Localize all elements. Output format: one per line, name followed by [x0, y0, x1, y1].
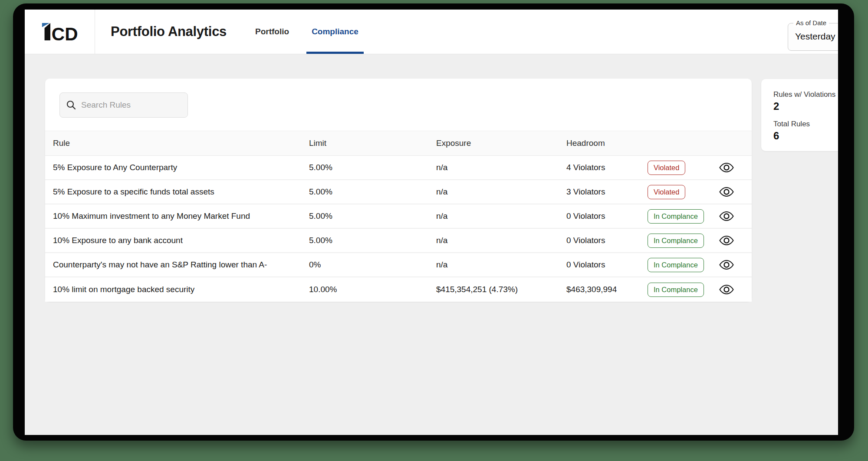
exposure-cell: n/a	[436, 163, 566, 172]
headroom-cell: 0 Violators	[566, 260, 648, 270]
total-rules-label: Total Rules	[773, 120, 838, 128]
column-header-rule: Rule	[53, 138, 309, 148]
icd-logo-icon: CD	[41, 22, 79, 42]
actions-cell	[713, 257, 752, 273]
search-box	[59, 92, 188, 118]
limit-cell: 5.00%	[309, 163, 436, 172]
status-cell: Violated	[648, 185, 713, 199]
search-icon	[66, 100, 76, 110]
rule-cell: Counterparty's may not have an S&P Ratti…	[53, 260, 309, 270]
column-header-limit: Limit	[309, 138, 436, 148]
active-tab-underline	[306, 52, 364, 54]
table-row: 5% Exposure to Any Counterparty 5.00% n/…	[45, 156, 752, 180]
as-of-date-select[interactable]: As of Date Yesterday	[788, 23, 838, 51]
actions-cell	[713, 208, 752, 224]
app-header: CD Portfolio Analytics Portfolio Complia…	[25, 10, 838, 54]
table-row: 5% Exposure to a specific funds total as…	[45, 180, 752, 204]
tab-portfolio-label: Portfolio	[255, 27, 289, 36]
headroom-cell: 0 Violators	[566, 236, 648, 245]
tab-compliance-label: Compliance	[312, 27, 358, 36]
column-header-exposure: Exposure	[436, 138, 566, 148]
rule-cell: 5% Exposure to a specific funds total as…	[53, 187, 309, 197]
actions-cell	[713, 233, 752, 248]
app-screen: CD Portfolio Analytics Portfolio Complia…	[25, 10, 838, 435]
total-rules-value: 6	[773, 130, 838, 142]
table-row: Counterparty's may not have an S&P Ratti…	[45, 253, 752, 277]
as-of-date-label: As of Date	[793, 19, 829, 26]
status-cell: In Complance	[648, 258, 713, 272]
limit-cell: 0%	[309, 260, 436, 270]
rules-with-violations-label: Rules w/ Violations	[773, 90, 838, 99]
view-details-button[interactable]	[717, 282, 736, 297]
limit-cell: 10.00%	[309, 285, 436, 294]
tab-bar: Portfolio Compliance	[244, 10, 370, 54]
eye-icon	[719, 284, 734, 295]
search-input[interactable]	[81, 100, 181, 110]
headroom-cell: 4 Violators	[566, 163, 648, 172]
exposure-cell: $415,354,251 (4.73%)	[436, 285, 566, 294]
limit-cell: 5.00%	[309, 187, 436, 197]
actions-cell	[713, 184, 752, 200]
page-content: Rule Limit Exposure Headroom 5% Exposure…	[25, 54, 838, 435]
view-details-button[interactable]	[717, 160, 736, 175]
exposure-cell: n/a	[436, 260, 566, 270]
actions-cell	[713, 282, 752, 297]
summary-card: Rules w/ Violations 2 Total Rules 6	[761, 79, 838, 151]
status-badge: In Complance	[648, 209, 704, 224]
tab-portfolio[interactable]: Portfolio	[244, 10, 300, 54]
headroom-cell: $463,309,994	[566, 285, 648, 294]
table-header-row: Rule Limit Exposure Headroom	[45, 131, 752, 156]
status-badge: In Complance	[648, 234, 704, 248]
view-details-button[interactable]	[717, 233, 736, 248]
rule-cell: 10% Maximum investment to any Money Mark…	[53, 211, 309, 221]
view-details-button[interactable]	[717, 184, 736, 200]
table-row: 10% Exposure to any bank account 5.00% n…	[45, 229, 752, 253]
compliance-rules-card: Rule Limit Exposure Headroom 5% Exposure…	[45, 79, 752, 302]
actions-cell	[713, 160, 752, 175]
headroom-cell: 0 Violators	[566, 211, 648, 221]
eye-icon	[719, 235, 734, 246]
status-cell: In Complance	[648, 209, 713, 224]
exposure-cell: n/a	[436, 236, 566, 245]
view-details-button[interactable]	[717, 208, 736, 224]
rules-table: Rule Limit Exposure Headroom 5% Exposure…	[45, 131, 752, 302]
rules-with-violations-value: 2	[773, 100, 838, 112]
eye-icon	[719, 162, 734, 173]
status-cell: Violated	[648, 161, 713, 175]
table-row: 10% limit on mortgage backed security 10…	[45, 277, 752, 302]
status-badge: In Complance	[648, 258, 704, 272]
rule-cell: 10% Exposure to any bank account	[53, 236, 309, 245]
status-badge: Violated	[648, 161, 685, 175]
logo-text: CD	[51, 24, 78, 42]
page-title: Portfolio Analytics	[111, 24, 227, 40]
view-details-button[interactable]	[717, 257, 736, 273]
eye-icon	[719, 186, 734, 198]
column-header-headroom: Headroom	[566, 138, 648, 148]
limit-cell: 5.00%	[309, 236, 436, 245]
rule-cell: 10% limit on mortgage backed security	[53, 285, 309, 294]
tab-compliance[interactable]: Compliance	[300, 10, 370, 54]
status-badge: Violated	[648, 185, 685, 199]
exposure-cell: n/a	[436, 211, 566, 221]
rule-cell: 5% Exposure to Any Counterparty	[53, 163, 309, 172]
status-cell: In Complance	[648, 283, 713, 297]
table-body: 5% Exposure to Any Counterparty 5.00% n/…	[45, 156, 752, 302]
eye-icon	[719, 211, 734, 222]
window-frame: CD Portfolio Analytics Portfolio Complia…	[13, 3, 854, 441]
brand-logo: CD	[25, 10, 95, 54]
limit-cell: 5.00%	[309, 211, 436, 221]
eye-icon	[719, 259, 734, 270]
table-row: 10% Maximum investment to any Money Mark…	[45, 204, 752, 229]
exposure-cell: n/a	[436, 187, 566, 197]
status-badge: In Complance	[648, 283, 704, 297]
status-cell: In Complance	[648, 234, 713, 248]
headroom-cell: 3 Violators	[566, 187, 648, 197]
